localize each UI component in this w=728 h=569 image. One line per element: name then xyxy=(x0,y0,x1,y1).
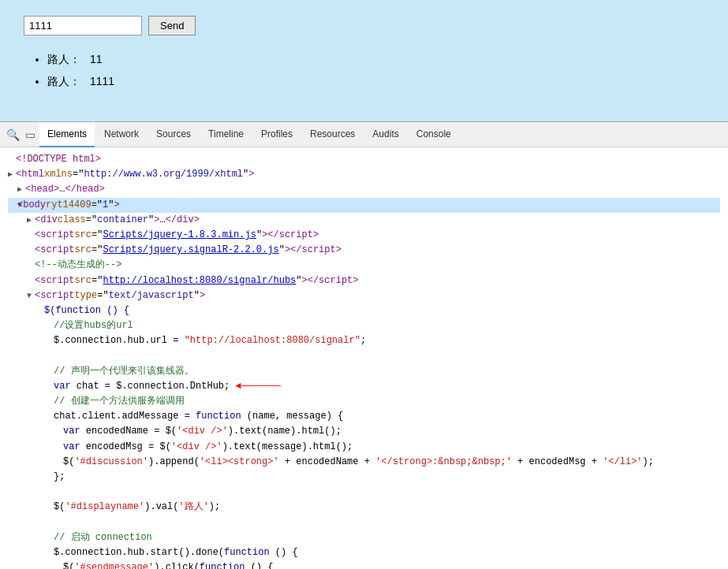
tab-console[interactable]: Console xyxy=(409,122,459,147)
chat-item-1: 路人： 11 xyxy=(47,48,704,70)
tab-resources[interactable]: Resources xyxy=(302,122,363,147)
tab-timeline[interactable]: Timeline xyxy=(200,122,252,147)
chat-list: 路人： 11 路人： 1111 xyxy=(24,48,704,92)
input-row: Send xyxy=(24,16,704,35)
devtools-bar: 🔍 ▭ Elements Network Sources Timeline Pr… xyxy=(0,122,728,147)
code-html-open: ▶<html xmlns="http://www.w3.org/1999/xht… xyxy=(8,167,720,182)
tab-sources[interactable]: Sources xyxy=(148,122,199,147)
code-click-sendmessage: $('#sendmessage').click(function () { xyxy=(8,560,720,569)
code-div-container: ▶<div class="container">…</div> xyxy=(8,213,720,228)
tab-audits[interactable]: Audits xyxy=(364,122,406,147)
code-script-js-open: ▼<script type="text/javascript"> xyxy=(8,288,720,303)
code-fn-open: $(function () { xyxy=(8,303,720,318)
code-connection-url: $.connection.hub.url = "http://localhost… xyxy=(8,333,720,348)
preview-area: Send 路人： 11 路人： 1111 xyxy=(0,0,728,122)
code-comment-start: // 启动 connection xyxy=(8,530,720,545)
code-displayname-val: $('#displayname').val('路人'); xyxy=(8,500,720,515)
tab-profiles[interactable]: Profiles xyxy=(253,122,301,147)
code-area: <!DOCTYPE html> ▶<html xmlns="http://www… xyxy=(0,147,728,569)
chat-msg-1: 11 xyxy=(90,53,103,65)
code-script-jquery: <script src="Scripts/jquery-1.8.3.min.js… xyxy=(8,228,720,243)
code-comment-create: // 创建一个方法供服务端调用 xyxy=(8,394,720,409)
code-comment-dynamic: <!--动态生成的--> xyxy=(8,258,720,273)
chat-name-2: 路人： xyxy=(47,75,80,87)
code-var-chat: var chat = $.connection.DntHub; ◄——————— xyxy=(8,379,720,394)
code-encodedmsg: var encodedMsg = $('<div />').text(messa… xyxy=(8,440,720,455)
code-script-signalr: <script src="Scripts/jquery.signalR-2.2.… xyxy=(8,243,720,258)
code-doctype: <!DOCTYPE html> xyxy=(8,152,720,167)
code-script-hubs: <script src="http://localhost:8080/signa… xyxy=(8,273,720,288)
message-input[interactable] xyxy=(24,16,142,35)
chat-item-2: 路人： 1111 xyxy=(47,70,704,92)
code-encodedname: var encodedName = $('<div />').text(name… xyxy=(8,424,720,439)
inspect-icon[interactable]: 🔍 xyxy=(5,127,21,143)
device-icon[interactable]: ▭ xyxy=(22,127,38,143)
code-head: ▶<head>…</head> xyxy=(8,182,720,197)
tab-network[interactable]: Network xyxy=(96,122,147,147)
code-append: $('#discussion').append('<li><strong>' +… xyxy=(8,455,720,470)
chat-msg-2: 1111 xyxy=(90,75,114,87)
chat-name-1: 路人： xyxy=(47,53,80,65)
code-blank3 xyxy=(8,515,720,530)
code-comment-declare: // 声明一个代理来引该集线器。 xyxy=(8,364,720,379)
code-client-addmessage: chat.client.addMessage = function (name,… xyxy=(8,409,720,424)
send-button[interactable]: Send xyxy=(148,16,196,35)
code-body-open: ▼<body ryt14409="1"> xyxy=(8,198,720,213)
code-blank2 xyxy=(8,485,720,500)
code-blank1 xyxy=(8,348,720,363)
tab-elements[interactable]: Elements xyxy=(39,122,95,147)
code-connection-start: $.connection.hub.start().done(function (… xyxy=(8,545,720,560)
code-fn-close1: }; xyxy=(8,470,720,485)
code-comment-url: //设置hubs的url xyxy=(8,318,720,333)
